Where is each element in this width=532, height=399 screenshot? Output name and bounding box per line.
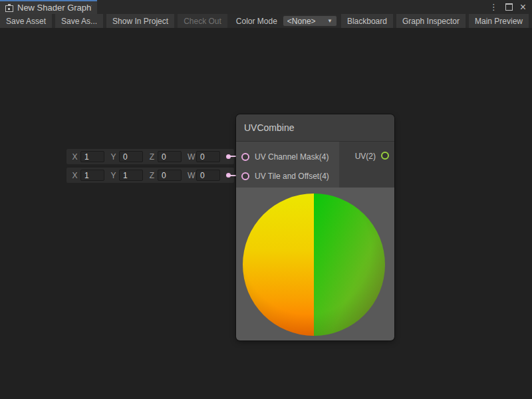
- x-field[interactable]: [80, 151, 104, 162]
- node-title: UVCombine: [244, 122, 294, 133]
- chevron-down-icon: ▼: [327, 18, 332, 24]
- node-preview: [236, 188, 394, 340]
- node-header[interactable]: UVCombine: [236, 114, 394, 142]
- shader-graph-window: New Shader Graph* ⋮ × Save Asset Save As…: [0, 0, 532, 399]
- shader-graph-asset-icon: [5, 4, 13, 12]
- output-port-label: UV(2): [355, 152, 376, 161]
- node-output-slots: UV(2): [339, 142, 394, 188]
- y-label: Y: [110, 171, 116, 180]
- vector4-input-row-1: X Y Z W: [66, 149, 234, 164]
- color-mode-label: Color Mode: [231, 14, 283, 28]
- maximize-icon[interactable]: [505, 3, 513, 11]
- uv-channel-mask-port[interactable]: [241, 153, 249, 161]
- graph-inspector-button[interactable]: Graph Inspector: [396, 14, 466, 28]
- x-label: X: [72, 171, 78, 180]
- check-out-button: Check Out: [178, 14, 227, 28]
- color-mode-value: <None>: [287, 17, 327, 26]
- w-field[interactable]: [196, 151, 220, 162]
- input-port-label: UV Tile and Offset(4): [255, 172, 329, 181]
- input-port-row: UV Tile and Offset(4): [236, 166, 339, 186]
- show-in-project-button[interactable]: Show In Project: [106, 14, 174, 28]
- node-body: UV Channel Mask(4) UV Tile and Offset(4)…: [236, 142, 394, 188]
- toolbar: Save Asset Save As... Show In Project Ch…: [0, 14, 532, 28]
- x-label: X: [72, 152, 78, 162]
- uvcombine-node[interactable]: UVCombine UV Channel Mask(4) UV Tile and…: [236, 114, 394, 340]
- save-as-button[interactable]: Save As...: [55, 14, 103, 28]
- input-port-row: UV Channel Mask(4): [236, 147, 339, 166]
- main-preview-button[interactable]: Main Preview: [469, 14, 529, 28]
- w-label: W: [188, 171, 194, 180]
- uv-preview-sphere: [243, 194, 385, 336]
- uv-tile-and-offset-port[interactable]: [241, 172, 249, 180]
- z-field[interactable]: [158, 170, 182, 181]
- window-controls: ⋮ ×: [489, 0, 532, 14]
- sphere-shading: [243, 194, 385, 336]
- w-field[interactable]: [196, 170, 220, 181]
- z-label: Z: [149, 152, 155, 162]
- z-label: Z: [149, 171, 155, 180]
- z-field[interactable]: [158, 151, 182, 162]
- w-label: W: [188, 152, 194, 162]
- color-mode-dropdown[interactable]: <None> ▼: [283, 15, 337, 27]
- vector4-input-row-2: X Y Z W: [66, 168, 234, 183]
- tab-bar: New Shader Graph* ⋮ ×: [0, 0, 532, 14]
- tab-title: New Shader Graph*: [17, 3, 92, 13]
- y-label: Y: [110, 152, 116, 162]
- input-port-label: UV Channel Mask(4): [255, 152, 329, 162]
- node-input-slots: UV Channel Mask(4) UV Tile and Offset(4): [236, 142, 339, 188]
- x-field[interactable]: [80, 170, 104, 181]
- save-asset-button[interactable]: Save Asset: [0, 14, 52, 28]
- y-field[interactable]: [119, 170, 143, 181]
- tab-new-shader-graph[interactable]: New Shader Graph*: [0, 0, 97, 14]
- y-field[interactable]: [119, 151, 143, 162]
- kebab-menu-icon[interactable]: ⋮: [489, 3, 498, 11]
- uv-output-port[interactable]: [381, 152, 389, 160]
- blackboard-button[interactable]: Blackboard: [341, 14, 393, 28]
- close-icon[interactable]: ×: [520, 2, 526, 13]
